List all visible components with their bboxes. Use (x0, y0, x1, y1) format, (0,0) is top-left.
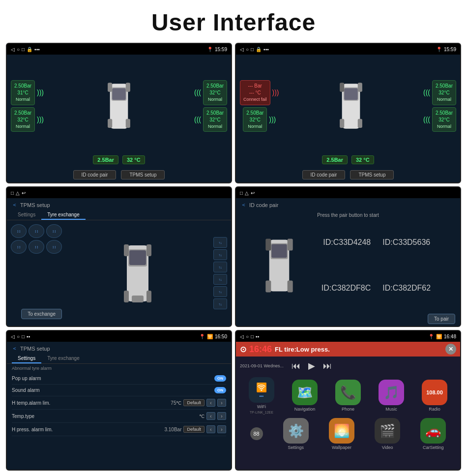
tpms-error-readings: 2.5Bar 32 °C (322, 154, 374, 165)
back-icon-6[interactable]: ◁ (240, 334, 244, 339)
music-box[interactable]: 🎵 (379, 380, 404, 405)
home-icon-3[interactable]: □ (11, 190, 14, 196)
location-icon-5: 📍 (199, 334, 205, 339)
btn-id-pair-2[interactable]: ID code pair (302, 170, 346, 179)
svg-rect-9 (345, 88, 358, 100)
tire-fl-status: Normal (14, 96, 31, 103)
music-icon-item[interactable]: 🎵 Music (379, 380, 404, 412)
badge-item[interactable]: 88 (250, 427, 263, 441)
ex-icon-3[interactable]: ↕↕ (46, 224, 62, 238)
ex-icon-4[interactable]: ↕↕ (11, 240, 27, 254)
ex-icon-6[interactable]: ↕↕ (46, 240, 62, 254)
home-icon-2[interactable]: ○ (246, 47, 249, 52)
settings-app-box[interactable]: ⚙️ (283, 418, 309, 444)
tire-fr-temp: 32°C (206, 89, 224, 96)
back-icon[interactable]: ◁ (11, 47, 15, 52)
back-btn-3[interactable]: ＜ (12, 201, 17, 208)
wifi-box[interactable]: 🛜 ▪▪▪ (249, 377, 274, 403)
tire-fr-2-bar: 2.50Bar (436, 83, 453, 89)
btn-id-pair-1[interactable]: ID code pair (73, 170, 117, 179)
tire-fl-error: --- Bar --- °C Connect fail (240, 80, 270, 105)
wallpaper-label: Wallpaper (332, 445, 351, 450)
wave-rr-2: ((( (423, 116, 430, 123)
svg-rect-11 (358, 83, 362, 91)
phone-box[interactable]: 📞 (335, 380, 361, 405)
btn-tpms-setup-2[interactable]: TPMS setup (350, 170, 394, 179)
alert-close-btn[interactable]: ✕ (445, 344, 456, 355)
temptype-left-btn[interactable]: ‹ (206, 412, 215, 420)
tab-settings-5[interactable]: Settings (12, 354, 41, 363)
r-icon-6[interactable]: ↑↓ (213, 298, 227, 309)
return-icon-3[interactable]: ↩ (22, 190, 26, 196)
ex-icon-5[interactable]: ↕↕ (29, 240, 44, 254)
r-icon-3[interactable]: ↑↓ (213, 262, 227, 272)
wallpaper-box[interactable]: 🌅 (329, 418, 354, 444)
tab-exchange-5[interactable]: Tyre exchange (41, 354, 86, 363)
tab-settings-3[interactable]: Settings (12, 210, 41, 220)
return-icon-4[interactable]: ↩ (251, 190, 255, 196)
wave-rr: ((( (194, 116, 201, 123)
recents-icon[interactable]: □ (22, 47, 25, 52)
ex-icon-2[interactable]: ↕↕ (29, 224, 44, 238)
svg-rect-25 (265, 238, 271, 250)
carsetting-box[interactable]: 🚗 (420, 418, 446, 444)
next-btn[interactable]: ⏭ (323, 361, 332, 371)
tab-exchange-3[interactable]: Tyre exchange (41, 210, 86, 220)
play-btn[interactable]: ▶ (308, 360, 315, 371)
setup-tabs-3: Settings Tyre exchange (7, 210, 231, 220)
phone-icon-item[interactable]: 📞 Phone (335, 380, 361, 412)
radio-box[interactable]: 108.00 (422, 380, 447, 405)
sound-toggle[interactable]: ON (214, 387, 226, 393)
home-icon-6[interactable]: ○ (246, 334, 249, 339)
wifi-icon-6: 🛜 (436, 334, 442, 339)
navigation-icon-item[interactable]: 🗺️ Navigation (292, 380, 318, 412)
recents-icon-6[interactable]: □ (251, 334, 254, 339)
back-btn-4[interactable]: ＜ (241, 201, 246, 208)
r-icon-4[interactable]: ↑↓ (213, 274, 227, 285)
exchange-button[interactable]: To exchange (21, 309, 62, 319)
tire-rl: 2.50Bar 32°C Normal (11, 107, 35, 132)
hpress-left-btn[interactable]: ‹ (206, 425, 215, 433)
htemp-right-btn[interactable]: › (217, 399, 226, 407)
r-icon-1[interactable]: ↑↓ (213, 237, 227, 248)
id-car-layout: ID:C33D4248 ID:C33D5636 ID:C382DF8C ID:C… (241, 222, 455, 309)
prev-btn[interactable]: ⏮ (292, 361, 300, 371)
back-icon-5[interactable]: ◁ (11, 334, 15, 339)
r-icon-5[interactable]: ↑↓ (213, 286, 227, 297)
btn-tpms-setup-1[interactable]: TPMS setup (121, 170, 165, 179)
video-icon-item[interactable]: 🎬 Video (375, 418, 400, 450)
pair-button[interactable]: To pair (428, 314, 455, 324)
back-icon-2[interactable]: ◁ (240, 47, 244, 52)
navigation-box[interactable]: 🗺️ (292, 380, 318, 405)
back-btn-5[interactable]: ＜ (12, 345, 17, 352)
recents-icon-3[interactable]: △ (16, 190, 20, 196)
signal-icon-2: ▪▪▪ (263, 47, 269, 52)
temptype-right-btn[interactable]: › (217, 412, 226, 420)
popup-toggle[interactable]: ON (214, 375, 226, 382)
ex-icon-1[interactable]: ↕↕ (11, 224, 27, 238)
wifi-icon-item[interactable]: 🛜 ▪▪▪ WiFi TP-LINK_12EE (249, 377, 274, 414)
wallpaper-icon-item[interactable]: 🌅 Wallpaper (329, 418, 354, 450)
r-icon-2[interactable]: ↑↓ (213, 249, 227, 260)
tpms-content: 2.50Bar 31°C Normal ))) 2.50Bar 32°C Nor… (7, 55, 231, 168)
home-icon-5[interactable]: ○ (17, 334, 20, 339)
right-icons-col: ↑↓ ↑↓ ↑↓ ↑↓ ↑↓ ↑↓ (213, 237, 227, 309)
home-icon-4[interactable]: □ (240, 190, 243, 196)
htemp-left-btn[interactable]: ‹ (206, 399, 215, 407)
wave-rl: ))) (37, 116, 44, 123)
recents-icon-4[interactable]: △ (245, 190, 249, 196)
radio-icon-item[interactable]: 108.00 Radio (422, 380, 447, 412)
home-date: 2021-09-01 Wednes... (240, 363, 284, 368)
settings-icon-item[interactable]: ⚙️ Settings (283, 418, 309, 450)
htemp-default-btn[interactable]: Default (183, 399, 204, 406)
wifi-strength-icon: ▪▪▪ (260, 394, 264, 398)
video-box[interactable]: 🎬 (375, 418, 400, 444)
home-icon[interactable]: ○ (17, 47, 20, 52)
tire-fr: 2.50Bar 32°C Normal (203, 80, 227, 105)
recents-icon-2[interactable]: □ (251, 47, 254, 52)
hpress-default-btn[interactable]: Default (183, 426, 204, 433)
carsetting-icon-item[interactable]: 🚗 CarSetting (420, 418, 446, 450)
svg-rect-28 (287, 280, 292, 292)
hpress-right-btn[interactable]: › (217, 425, 226, 433)
recents-icon-5[interactable]: □ (22, 334, 25, 339)
